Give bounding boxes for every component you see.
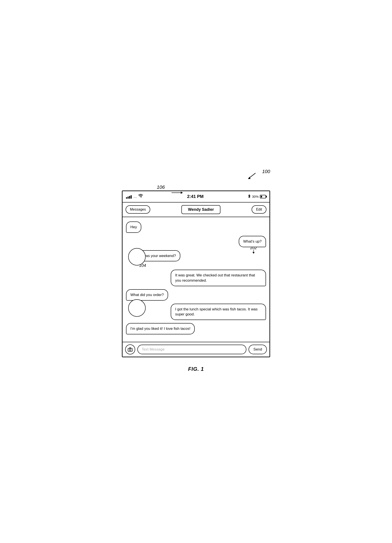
nav-title: Wendy Sadier [181, 205, 220, 214]
bluetooth-icon [248, 194, 251, 199]
bubble-6: I got the lunch special which was fish t… [171, 304, 266, 320]
bubble-5: What did you order? [126, 289, 168, 301]
message-text-4: It was great. We checked out that restau… [175, 273, 255, 283]
avatar-circle-large [128, 248, 146, 266]
send-button[interactable]: Send [249, 345, 267, 354]
avatar-circle-large-2 [128, 299, 146, 317]
message-row-3: How was your weekend? [126, 250, 266, 262]
arrow-106 [172, 190, 185, 196]
message-text-2: What's up? [243, 239, 262, 243]
svg-point-9 [129, 349, 131, 351]
message-text-1: Hey [130, 225, 137, 229]
ref-label-106: 106 [157, 184, 165, 190]
svg-marker-3 [181, 192, 183, 194]
camera-icon [128, 347, 133, 352]
bubble-7: I'm glad you liked it! I love fish tacos… [126, 323, 195, 334]
signal-bars-icon [126, 195, 132, 198]
message-text-5: What did you order? [130, 293, 164, 297]
battery-fill [261, 196, 262, 198]
bubble-4: It was great. We checked out that restau… [171, 270, 266, 286]
avatar-group: How was your weekend? 104 [126, 250, 266, 262]
wifi-icon [138, 194, 143, 199]
message-row-7: I'm glad you liked it! I love fish tacos… [126, 323, 266, 334]
spacer-104 [126, 264, 266, 270]
outer-container: 100 106 … [122, 175, 270, 357]
message-row-1: Hey [126, 221, 266, 233]
message-row-2: What's up? [126, 236, 266, 247]
camera-button[interactable] [125, 345, 135, 354]
edit-button[interactable]: Edit [252, 205, 267, 214]
text-input[interactable]: Text Message [137, 345, 246, 354]
ellipsis-icon: … [133, 195, 137, 198]
bubble-2: What's up? [239, 236, 266, 247]
fig-caption: FIG. 1 [188, 366, 204, 372]
input-bar: Text Message Send [123, 342, 269, 357]
avatar-group-2: I got the lunch special which was fish t… [126, 304, 266, 320]
arrow-100 [246, 172, 257, 181]
nav-bar: Messages Wendy Sadier Edit [123, 203, 269, 217]
message-row-5: What did you order? [126, 289, 266, 301]
status-bar: … 2:41 PM 30% [123, 191, 269, 203]
ref-label-100: 100 [262, 169, 270, 174]
status-time: 2:41 PM [187, 194, 204, 199]
svg-line-0 [249, 173, 256, 178]
message-row-4: It was great. We checked out that restau… [126, 270, 266, 286]
battery-percent: 30% [252, 195, 259, 198]
status-right: 30% [248, 194, 266, 199]
messages-area: 102 Hey What's up? [123, 217, 269, 342]
phone-frame: … 2:41 PM 30% [122, 191, 270, 357]
message-text-7: I'm glad you liked it! I love fish tacos… [130, 327, 190, 331]
bubble-1: Hey [126, 221, 141, 233]
status-left: … [126, 194, 143, 199]
back-button[interactable]: Messages [125, 205, 150, 214]
battery-icon [260, 195, 266, 198]
message-row-6: I got the lunch special which was fish t… [126, 304, 266, 320]
message-text-6: I got the lunch special which was fish t… [175, 307, 257, 317]
